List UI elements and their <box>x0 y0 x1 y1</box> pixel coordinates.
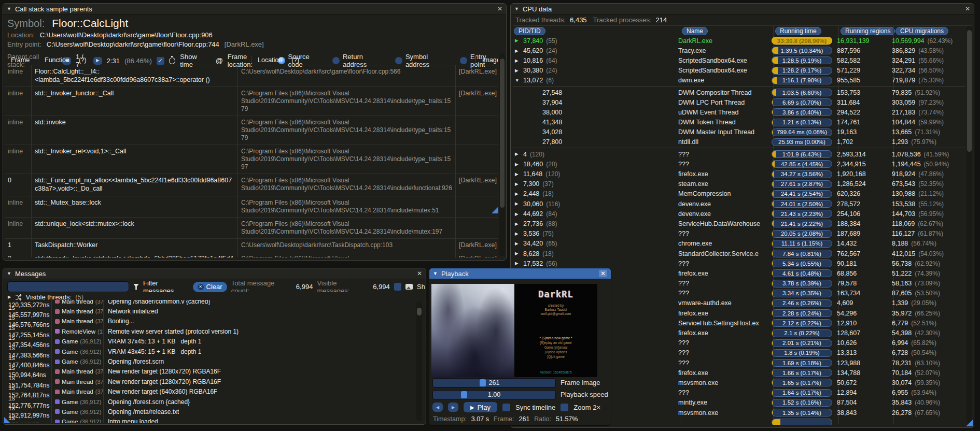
expand-arrow-icon[interactable]: ▶ <box>515 192 520 196</box>
cpu-row[interactable]: ▶11,648(120)firefox.exe34.27 s (3.56%)1,… <box>513 169 965 179</box>
cpu-column-header-running-time[interactable]: Running time <box>775 27 821 35</box>
expand-arrow-icon[interactable]: ▶ <box>515 212 520 217</box>
step-forward-button[interactable]: ▶ <box>448 403 458 412</box>
cpu-row[interactable]: 27,800ntdll.dll25.93 ms (0.00%)1,7021,29… <box>513 137 965 147</box>
expand-arrow-icon[interactable]: ▶ <box>8 295 11 299</box>
scrollbar-handle[interactable] <box>500 59 505 208</box>
frame-image-slider[interactable]: 261 <box>432 378 556 387</box>
collapse-arrow-icon[interactable]: ▼ <box>433 271 438 276</box>
callstack-titlebar[interactable]: ▼ Call stack sample parents ✕ <box>3 4 506 15</box>
callstack-row[interactable]: inlinestd::_Invoker_ret<void,1>::_CallC:… <box>5 145 498 174</box>
message-row[interactable]: 1s 145,557,997nsMain thread(37,812)Netwo… <box>5 306 413 316</box>
callstack-row[interactable]: inlinestd::_Invoker_functor::_CallC:\Pro… <box>5 87 498 116</box>
cpu-row[interactable]: ▶34,420(65)chrome.exe11.11 s (1.15%)14,4… <box>513 239 965 249</box>
expand-arrow-icon[interactable]: ▶ <box>515 261 520 266</box>
resize-grip[interactable] <box>4 417 10 423</box>
cpu-column-header-cpu-migrations[interactable]: CPU migrations <box>895 27 948 35</box>
scrollbar-handle[interactable] <box>967 30 972 152</box>
collapse-arrow-icon[interactable]: ▼ <box>7 7 11 11</box>
clear-button[interactable]: ✕Clear <box>193 282 227 292</box>
sync-timeline-label[interactable]: Sync timeline <box>515 404 555 411</box>
expand-arrow-icon[interactable]: ▶ <box>515 202 520 206</box>
cpu-row[interactable]: ▶3,536(75)???20.05 s (2.08%)187,689116,1… <box>513 229 965 239</box>
cpu-row[interactable]: ▶7,300(37)steam.exe27.61 s (2.87%)1,286,… <box>513 179 965 189</box>
expand-arrow-icon[interactable]: ▶ <box>515 251 520 256</box>
collapse-arrow-icon[interactable]: ▼ <box>514 7 519 11</box>
cpu-row[interactable]: 37,904DWM LPC Port Thread6.69 s (0.70%)3… <box>513 97 965 107</box>
filter-input[interactable] <box>7 281 129 292</box>
callstack-row[interactable]: 0std::_Func_impl_no_alloc<<lambda_5bc224… <box>5 174 498 196</box>
sync-timeline-checkbox[interactable] <box>502 404 510 411</box>
cpu-row[interactable]: 34,028DWM Master Input Thread799.64 ms (… <box>513 127 965 137</box>
message-row[interactable]: 1s 146,576,766nsMain thread(37,812)Booti… <box>5 317 413 326</box>
cpu-row[interactable]: ▶8,628(18)StandardCollector.Service.e7.8… <box>513 249 965 258</box>
close-icon[interactable]: ✕ <box>965 6 970 12</box>
step-back-button[interactable]: ◀ <box>432 403 443 412</box>
scrollbar-handle[interactable] <box>417 308 422 315</box>
callstack-scrollbar[interactable] <box>499 53 505 256</box>
cpu-column-header-running-regions[interactable]: Running regions <box>841 27 895 35</box>
close-icon[interactable]: ✕ <box>497 6 502 12</box>
cpu-row[interactable]: ▶27,736(88)ServiceHub.DataWarehouse21.41… <box>513 219 965 228</box>
expand-arrow-icon[interactable]: ▼ <box>515 78 520 83</box>
message-row[interactable]: 1s 120,335,272nsMain thread(37,812)Openi… <box>5 300 413 306</box>
cpu-row[interactable]: ▶4(120)???1:01.9 (6.43%)2,593,3141,078,5… <box>513 149 965 159</box>
expand-arrow-icon[interactable]: ▶ <box>515 241 520 246</box>
cpu-row[interactable]: ▶44,692(84)devenv.exe21.43 s (2.23%)254,… <box>513 209 965 219</box>
expand-arrow-icon[interactable]: ▶ <box>515 49 520 53</box>
play-button[interactable]: ▶Play <box>464 402 497 412</box>
expand-arrow-icon[interactable]: ▶ <box>515 38 520 43</box>
cpu-row[interactable]: ▶17,532(56)???5.34 s (0.55%)90,18156,738… <box>513 258 965 268</box>
filter-messages-label[interactable]: Filter messages <box>143 281 189 292</box>
playback-speed-slider[interactable]: 1.00 <box>432 390 556 399</box>
cpu-column-header-name[interactable]: Name <box>682 27 708 35</box>
callstack-row[interactable]: inlineFloor::CalcLight::__l4::<lambda_5b… <box>5 65 498 87</box>
expand-arrow-icon[interactable]: ▶ <box>515 162 520 167</box>
message-row[interactable]: 1s 147,354,456nsGame(36,912)VRAM 37x45: … <box>5 337 413 347</box>
message-row[interactable]: 1s 147,255,145nsRemoteView(18,796)Remote… <box>5 326 413 336</box>
zoom-2x-checkbox[interactable] <box>561 404 568 411</box>
collapse-arrow-icon[interactable]: ▼ <box>7 271 11 276</box>
cpu-column-header-pid-tid[interactable]: PID/TID <box>514 27 545 35</box>
show-images-checkbox[interactable] <box>394 283 401 291</box>
expand-arrow-icon[interactable]: ▶ <box>515 59 520 63</box>
resize-grip[interactable] <box>492 207 498 213</box>
callstack-row[interactable]: 1TaskDispatch::WorkerC:\Users\wolf\Deskt… <box>5 239 498 253</box>
cpu-scrollbar[interactable] <box>967 26 972 423</box>
cpu-row[interactable]: ▶2,448(18)MemCompression24.41 s (2.54%)6… <box>513 189 965 199</box>
expand-arrow-icon[interactable]: ▶ <box>515 222 520 226</box>
cpu-row[interactable]: ▶30,060(116)devenv.exe24.01 s (2.50%)278… <box>513 199 965 209</box>
callstack-row[interactable]: 2std::thread::_Invoke<std::tuple<<lambda… <box>5 252 498 257</box>
cpu-titlebar[interactable]: ▼ CPU data ✕ <box>511 4 974 15</box>
message-row[interactable]: 1s 147,383,566nsGame(36,912)VRAM 43x45: … <box>5 347 413 356</box>
message-row[interactable]: 1s 153,116,37nsGame(36,912)Intro menu lo… <box>5 417 413 423</box>
cpu-row[interactable]: ▶30,380(24)ScriptedSandbox64.exe1:28.2 (… <box>513 66 965 76</box>
cpu-row[interactable]: ▼13,072(6)dwm.exe1:16.1 (7.90%)955,58571… <box>513 76 965 85</box>
callstack-row[interactable]: inlinestd::_Mutex_base::lockC:\Program F… <box>5 196 498 218</box>
zoom-2x-label[interactable]: Zoom 2× <box>573 404 600 411</box>
messages-scrollbar[interactable] <box>416 301 422 421</box>
show-images-label[interactable]: Show images <box>417 283 425 291</box>
resize-grip[interactable] <box>966 420 973 426</box>
cpu-row[interactable]: ▶45,620(24)Tracy.exe1:39.5 (10.34%)887,5… <box>513 46 965 55</box>
callstack-row[interactable]: inlinestd::unique_lock<std::mutex>::lock… <box>5 218 498 239</box>
cpu-row[interactable]: 41,348DWM Token Thread1.21 s (0.13%)174,… <box>513 118 965 127</box>
filter-funnel-icon[interactable] <box>133 284 139 290</box>
close-icon[interactable]: ✕ <box>417 270 422 277</box>
playback-titlebar[interactable]: ▼ Playback ✕ <box>429 268 611 279</box>
expand-arrow-icon[interactable]: ▶ <box>515 232 520 236</box>
expand-arrow-icon[interactable]: ▶ <box>515 152 520 156</box>
callstack-row[interactable]: inlinestd::invokeC:\Program Files (x86)\… <box>5 116 498 145</box>
message-row[interactable]: 1s 152,912,997nsGame(36,912)Opening /met… <box>5 407 413 416</box>
cpu-row[interactable]: ▶10,816(64)ScriptedSandbox64.exe1:28.5 (… <box>513 55 965 65</box>
expand-arrow-icon[interactable]: ▶ <box>515 172 520 177</box>
messages-titlebar[interactable]: ▼ Messages ✕ <box>3 268 426 279</box>
close-icon[interactable]: ✕ <box>599 270 607 277</box>
message-row[interactable]: 1s 152,764,817nsMain thread(37,812)New r… <box>5 387 413 397</box>
expand-arrow-icon[interactable]: ▶ <box>515 182 520 186</box>
message-row[interactable]: 1s 151,754,784nsMain thread(37,812)New r… <box>5 377 413 386</box>
cpu-row[interactable]: 27,548DWM Compositor Thread1:03.5 (6.60%… <box>513 88 965 97</box>
expand-arrow-icon[interactable]: ▶ <box>515 68 520 73</box>
cpu-row[interactable]: ▶18,460(20)???42.85 s (4.45%)2,344,9151,… <box>513 159 965 169</box>
message-row[interactable]: 1s 147,400,846nsGame(36,912)Opening /for… <box>5 356 413 366</box>
